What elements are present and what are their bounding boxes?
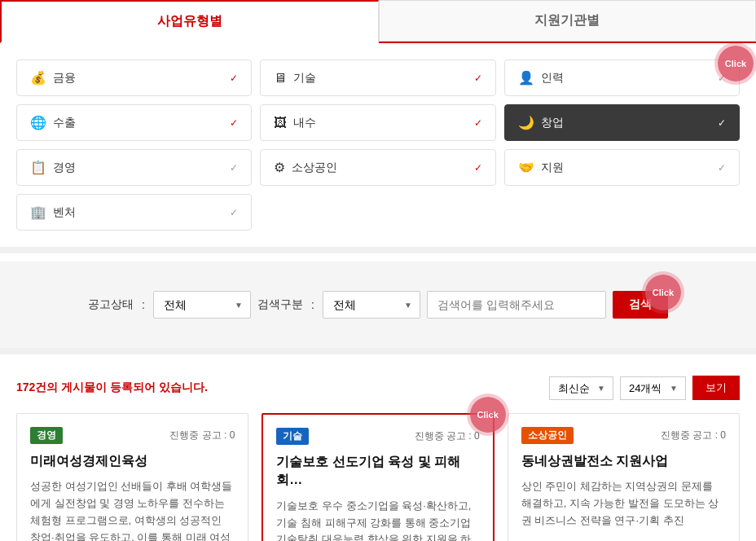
domestic-icon: 🖼 [274, 116, 287, 130]
category-item-finance[interactable]: 💰 금융 ✓ [16, 59, 252, 96]
category-section: 💰 금융 ✓ 🖥 기술 ✓ 👤 인력 ✓ Click [0, 43, 756, 247]
category-label-domestic: 내수 [293, 116, 316, 130]
count-number: 172 [16, 380, 35, 394]
type-select-wrapper: 전체 제목 내용 [323, 291, 420, 319]
status-select[interactable]: 전체 진행중 종료 [153, 291, 251, 319]
status-label: 공고상태 [88, 297, 134, 312]
click-indicator-1: Click [718, 46, 754, 81]
category-item-support[interactable]: 🤝 지원 ✓ [504, 149, 740, 186]
category-item-export[interactable]: 🌐 수출 ✓ [16, 104, 252, 141]
results-header: 172건의 게시물이 등록되어 있습니다. 최신순 조회순 인기순 24개씩 1… [16, 376, 740, 400]
startup-icon: 🌙 [518, 115, 534, 130]
card-2-title: 동네상권발전소 지원사업 [521, 452, 726, 470]
type-label: 검색구분 [257, 297, 303, 312]
category-label-management: 경영 [53, 161, 76, 175]
per-page-select-wrapper: 24개씩 12개씩 48개씩 [620, 376, 686, 400]
category-label-tech: 기술 [293, 71, 316, 86]
tech-icon: 🖥 [274, 71, 287, 86]
search-input[interactable] [427, 291, 606, 319]
click-indicator-2: Click [645, 275, 681, 310]
type-select[interactable]: 전체 제목 내용 [323, 291, 420, 319]
check-venture: ✓ [230, 207, 238, 218]
card-2-tag: 소상공인 [521, 427, 574, 444]
card-2[interactable]: 소상공인 진행중 공고 : 0 동네상권발전소 지원사업 상인 주민이 체감하는… [508, 413, 740, 541]
category-item-startup[interactable]: 🌙 창업 ✓ [504, 104, 740, 141]
tab-support-agency[interactable]: 지원기관별 [379, 0, 757, 42]
search-bar: 공고상태 : 전체 진행중 종료 검색구분 : 전체 제목 내용 [16, 278, 740, 332]
category-item-manpower[interactable]: 👤 인력 ✓ Click [504, 59, 740, 96]
tab-business-type[interactable]: 사업유형별 [0, 0, 379, 43]
card-1[interactable]: Click 기술 진행중 공고 : 0 기술보호 선도기업 육성 및 피해회… … [262, 413, 494, 541]
search-btn-wrapper: Click 검색 [613, 291, 668, 319]
card-1-desc: 기술보호 우수 중소기업을 육성·확산하고, 기술 침해 피해구제 강화를 통해… [276, 498, 479, 541]
check-export: ✓ [230, 117, 238, 129]
category-label-finance: 금융 [53, 71, 76, 86]
results-controls: 최신순 조회순 인기순 24개씩 12개씩 48개씩 보기 [549, 376, 740, 400]
card-1-tag: 기술 [276, 428, 309, 445]
category-item-venture[interactable]: 🏢 벤처 ✓ [16, 194, 252, 231]
category-label-startup: 창업 [541, 116, 564, 130]
view-button[interactable]: 보기 [692, 376, 740, 400]
divider-2 [0, 348, 756, 354]
manpower-icon: 👤 [518, 70, 534, 86]
category-label-manpower: 인력 [541, 71, 564, 86]
check-tech: ✓ [474, 73, 482, 84]
category-item-domestic[interactable]: 🖼 내수 ✓ [260, 104, 495, 141]
check-smallbiz: ✓ [474, 162, 482, 174]
export-icon: 🌐 [30, 115, 46, 130]
smallbiz-icon: ⚙ [274, 160, 285, 175]
category-label-smallbiz: 소상공인 [292, 161, 337, 175]
card-0-status: 진행중 공고 : 0 [169, 429, 235, 442]
divider-1 [0, 247, 756, 253]
results-count: 172건의 게시물이 등록되어 있습니다. [16, 380, 208, 395]
card-1-status: 진행중 공고 : 0 [415, 429, 480, 443]
management-icon: 📋 [30, 160, 46, 175]
category-item-smallbiz[interactable]: ⚙ 소상공인 ✓ [260, 149, 495, 186]
per-page-select[interactable]: 24개씩 12개씩 48개씩 [620, 376, 686, 400]
tab-bar: 사업유형별 지원기관별 [0, 0, 756, 43]
card-0-desc: 성공한 여성기업인 선배들이 후배 여학생들에게 실전창업 및 경영 노하우를 … [30, 478, 235, 541]
category-label-export: 수출 [53, 116, 76, 130]
category-label-venture: 벤처 [53, 205, 76, 220]
card-0-title: 미래여성경제인육성 [30, 452, 235, 470]
card-1-title: 기술보호 선도기업 육성 및 피해회… [276, 453, 479, 490]
cards-grid: 경영 진행중 공고 : 0 미래여성경제인육성 성공한 여성기업인 선배들이 후… [16, 413, 740, 541]
category-grid: 💰 금융 ✓ 🖥 기술 ✓ 👤 인력 ✓ Click [16, 59, 740, 231]
venture-icon: 🏢 [30, 205, 46, 220]
check-startup: ✓ [718, 117, 726, 129]
sort-select-wrapper: 최신순 조회순 인기순 [549, 376, 613, 400]
type-colon: : [311, 298, 314, 311]
finance-icon: 💰 [30, 70, 46, 86]
search-section: 공고상태 : 전체 진행중 종료 검색구분 : 전체 제목 내용 [0, 262, 756, 348]
category-item-tech[interactable]: 🖥 기술 ✓ [260, 59, 495, 96]
click-indicator-3: Click [470, 397, 506, 433]
card-2-status: 진행중 공고 : 0 [661, 429, 726, 442]
category-item-management[interactable]: 📋 경영 ✓ [16, 149, 252, 186]
card-0-tag: 경영 [30, 427, 63, 444]
category-label-support: 지원 [541, 161, 564, 175]
sort-select[interactable]: 최신순 조회순 인기순 [549, 376, 613, 400]
support-icon: 🤝 [518, 160, 534, 175]
check-finance: ✓ [230, 73, 238, 84]
card-2-desc: 상인 주민이 체감하는 지역상권의 문제를 해결하고, 지속 가능한 발전을 도… [521, 478, 726, 529]
status-select-wrapper: 전체 진행중 종료 [153, 291, 251, 319]
results-section: 172건의 게시물이 등록되어 있습니다. 최신순 조회순 인기순 24개씩 1… [0, 363, 756, 541]
check-domestic: ✓ [474, 117, 482, 129]
card-0[interactable]: 경영 진행중 공고 : 0 미래여성경제인육성 성공한 여성기업인 선배들이 후… [16, 413, 248, 541]
check-support: ✓ [718, 162, 726, 174]
count-suffix: 건의 게시물이 등록되어 있습니다. [35, 380, 208, 394]
check-management: ✓ [230, 162, 238, 174]
status-colon: : [142, 298, 145, 311]
